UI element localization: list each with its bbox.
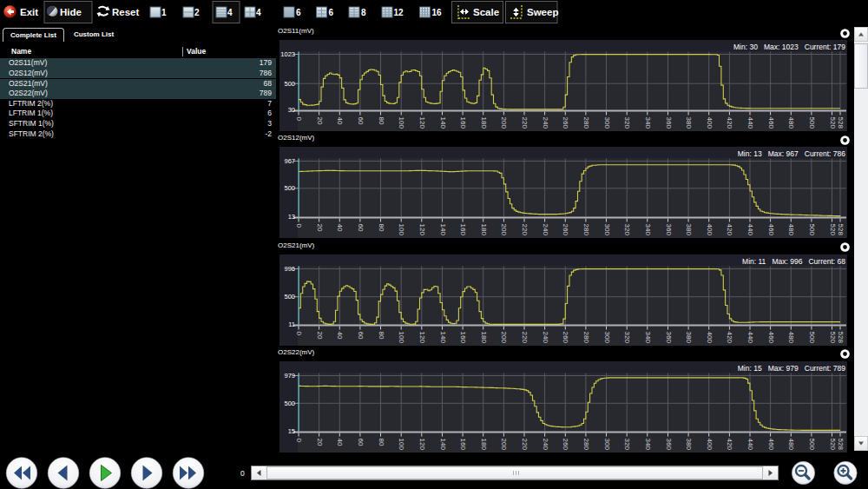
svg-text:320: 320 (623, 331, 631, 343)
svg-text:440: 440 (746, 438, 754, 450)
svg-text:240: 240 (542, 224, 549, 236)
svg-text:440: 440 (746, 331, 754, 343)
svg-text:520: 520 (829, 438, 837, 450)
svg-text:180: 180 (480, 331, 488, 343)
svg-text:440: 440 (746, 224, 754, 236)
svg-text:240: 240 (542, 331, 549, 343)
svg-text:996: 996 (284, 265, 295, 273)
svg-text:340: 340 (644, 331, 652, 343)
svg-text:200: 200 (500, 224, 508, 236)
svg-text:180: 180 (480, 117, 488, 129)
svg-text:480: 480 (787, 224, 795, 236)
svg-text:Min: 30 Max: 1023 Current:: Min: 30 Max: 1023 Current: 179 (733, 43, 845, 51)
svg-text:12: 12 (394, 8, 404, 17)
svg-text:500: 500 (808, 438, 816, 450)
svg-text:0: 0 (295, 438, 303, 442)
svg-text:16: 16 (432, 8, 443, 17)
svg-text:400: 400 (706, 224, 713, 236)
svg-text:120: 120 (418, 224, 426, 236)
svg-text:20: 20 (316, 224, 324, 232)
svg-text:480: 480 (787, 117, 795, 129)
svg-text:80: 80 (378, 438, 385, 446)
svg-text:6: 6 (296, 8, 301, 17)
svg-text:100: 100 (398, 331, 405, 343)
svg-text:480: 480 (787, 438, 795, 450)
svg-text:140: 140 (439, 331, 447, 343)
svg-text:100: 100 (398, 224, 405, 236)
svg-text:40: 40 (336, 331, 344, 339)
svg-text:380: 380 (685, 438, 693, 450)
svg-text:Hide: Hide (60, 7, 82, 17)
svg-text:220: 220 (521, 331, 529, 343)
svg-text:220: 220 (521, 224, 529, 236)
svg-text:420: 420 (726, 224, 733, 236)
svg-text:460: 460 (767, 331, 775, 343)
svg-text:360: 360 (665, 438, 673, 450)
svg-text:220: 220 (521, 117, 529, 129)
svg-text:500: 500 (808, 224, 816, 236)
svg-text:320: 320 (623, 224, 631, 236)
svg-text:460: 460 (767, 224, 775, 236)
svg-text:6: 6 (329, 8, 334, 17)
svg-text:300: 300 (603, 224, 611, 236)
svg-text:528: 528 (837, 117, 845, 129)
svg-text:Min: 13 Max: 967 Current:: Min: 13 Max: 967 Current: 786 (738, 149, 846, 158)
svg-text:120: 120 (418, 331, 426, 343)
svg-text:500: 500 (808, 117, 816, 129)
svg-text:500: 500 (284, 293, 295, 301)
svg-text:80: 80 (378, 224, 385, 232)
svg-text:260: 260 (562, 224, 569, 236)
svg-text:420: 420 (726, 438, 733, 450)
svg-text:240: 240 (542, 438, 549, 450)
svg-text:967: 967 (284, 157, 295, 165)
svg-text:0: 0 (295, 331, 303, 335)
svg-text:340: 340 (644, 438, 652, 450)
svg-text:420: 420 (726, 331, 733, 343)
svg-text:200: 200 (500, 438, 508, 450)
svg-text:280: 280 (582, 224, 590, 236)
svg-text:0: 0 (240, 469, 245, 478)
svg-text:4: 4 (227, 8, 233, 17)
svg-text:400: 400 (706, 117, 713, 129)
svg-text:Sweep: Sweep (527, 7, 558, 17)
svg-text:528: 528 (837, 438, 845, 450)
svg-text:140: 140 (439, 224, 447, 236)
svg-text:1: 1 (161, 8, 167, 17)
svg-text:100: 100 (398, 438, 405, 450)
svg-text:13: 13 (288, 213, 295, 221)
svg-text:380: 380 (685, 331, 693, 343)
svg-text:500: 500 (284, 400, 295, 407)
svg-text:0: 0 (295, 224, 303, 228)
svg-text:300: 300 (603, 117, 611, 129)
svg-text:280: 280 (582, 438, 590, 450)
svg-text:260: 260 (562, 438, 569, 450)
svg-text:2: 2 (194, 8, 200, 17)
svg-text:60: 60 (357, 331, 365, 339)
svg-text:480: 480 (787, 331, 795, 343)
svg-text:440: 440 (746, 117, 754, 129)
svg-text:520: 520 (829, 224, 837, 236)
svg-text:260: 260 (562, 117, 569, 129)
svg-text:320: 320 (623, 438, 631, 450)
svg-text:Reset: Reset (112, 7, 139, 17)
svg-text:100: 100 (398, 117, 405, 129)
svg-text:20: 20 (316, 117, 324, 125)
svg-text:220: 220 (521, 438, 529, 450)
svg-text:380: 380 (685, 224, 693, 236)
svg-text:8: 8 (361, 8, 366, 17)
svg-text:260: 260 (562, 331, 569, 343)
svg-text:180: 180 (480, 224, 488, 236)
svg-text:40: 40 (336, 438, 344, 446)
svg-text:320: 320 (623, 117, 631, 129)
svg-text:400: 400 (706, 331, 713, 343)
svg-text:300: 300 (603, 331, 611, 343)
svg-text:160: 160 (459, 224, 467, 236)
svg-text:4: 4 (256, 8, 261, 17)
svg-text:500: 500 (284, 80, 295, 88)
svg-text:420: 420 (726, 117, 733, 129)
svg-text:Min: 11 Max: 996 Current:: Min: 11 Max: 996 Current: 68 (742, 257, 845, 266)
svg-text:60: 60 (357, 438, 365, 446)
svg-text:520: 520 (829, 117, 837, 129)
svg-text:500: 500 (284, 185, 295, 193)
svg-text:30: 30 (288, 106, 295, 114)
